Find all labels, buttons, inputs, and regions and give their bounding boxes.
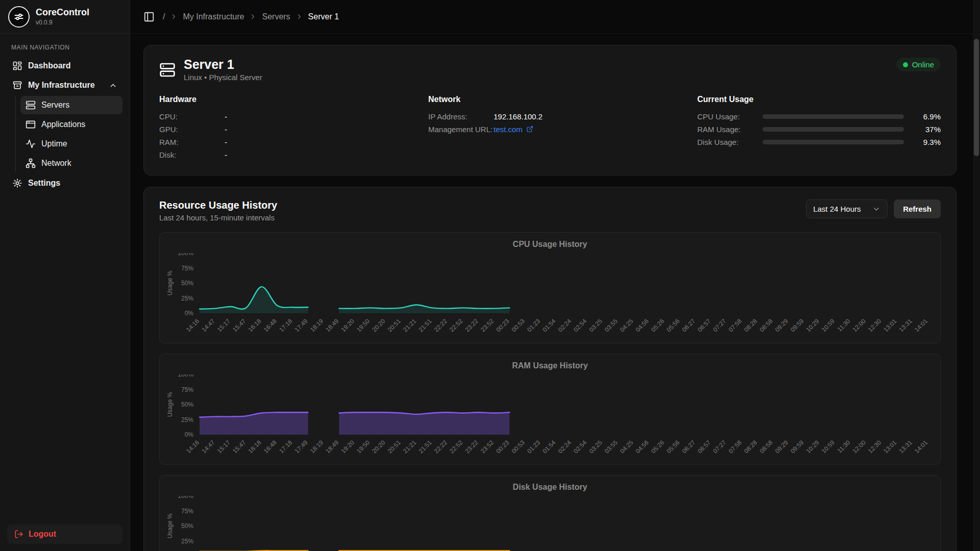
svg-text:08:58: 08:58 bbox=[758, 317, 774, 333]
svg-text:06:27: 06:27 bbox=[681, 317, 697, 333]
svg-text:75%: 75% bbox=[181, 386, 193, 393]
sidebar-item-dashboard[interactable]: Dashboard bbox=[7, 56, 122, 76]
ram-history-panel: RAM Usage History 0%25%50%75%100%Usage %… bbox=[159, 354, 941, 465]
status-badge: Online bbox=[896, 58, 941, 71]
sidebar-item-network[interactable]: Network bbox=[20, 154, 122, 172]
sidebar-item-uptime[interactable]: Uptime bbox=[20, 135, 122, 153]
breadcrumb-root[interactable]: / bbox=[163, 12, 165, 21]
svg-text:16:18: 16:18 bbox=[247, 439, 262, 455]
resource-history-card: Resource Usage History Last 24 hours, 15… bbox=[143, 187, 957, 551]
svg-text:0%: 0% bbox=[185, 310, 194, 317]
disk-usage-bar bbox=[763, 140, 904, 144]
svg-text:08:28: 08:28 bbox=[743, 439, 758, 455]
disk-history-panel: Disk Usage History 0%25%50%75%100%Usage … bbox=[159, 475, 941, 551]
svg-text:22:22: 22:22 bbox=[433, 439, 449, 455]
cpu-usage-value: 6.9% bbox=[911, 112, 941, 121]
svg-text:20:51: 20:51 bbox=[386, 439, 402, 455]
svg-text:04:56: 04:56 bbox=[634, 317, 650, 333]
svg-text:06:27: 06:27 bbox=[681, 439, 697, 455]
svg-text:13:01: 13:01 bbox=[882, 439, 898, 455]
svg-text:11:30: 11:30 bbox=[836, 439, 852, 455]
svg-text:19:50: 19:50 bbox=[355, 317, 371, 333]
svg-text:04:25: 04:25 bbox=[619, 317, 634, 333]
refresh-button[interactable]: Refresh bbox=[894, 199, 941, 218]
breadcrumb-infrastructure[interactable]: My Infrastructure bbox=[183, 12, 244, 21]
logout-container: Logout bbox=[0, 517, 130, 551]
svg-text:03:25: 03:25 bbox=[587, 317, 603, 333]
svg-text:14:47: 14:47 bbox=[200, 317, 216, 333]
sidebar: CoreControl v0.0.9 MAIN NAVIGATION Dashb… bbox=[0, 0, 130, 551]
disk-usage-value: 9.3% bbox=[911, 138, 941, 146]
scrollbar[interactable] bbox=[974, 39, 979, 156]
svg-text:Usage %: Usage % bbox=[166, 514, 174, 539]
svg-text:04:25: 04:25 bbox=[619, 439, 634, 455]
svg-text:00:53: 00:53 bbox=[510, 439, 526, 455]
sidebar-header: CoreControl v0.0.9 bbox=[0, 0, 130, 34]
svg-text:02:54: 02:54 bbox=[572, 439, 588, 455]
svg-text:14:47: 14:47 bbox=[200, 439, 216, 455]
hardware-row-ram: RAM: - bbox=[159, 137, 403, 146]
sidebar-item-servers[interactable]: Servers bbox=[20, 96, 122, 114]
svg-text:02:24: 02:24 bbox=[557, 439, 573, 455]
sidebar-item-infrastructure[interactable]: My Infrastructure bbox=[7, 76, 122, 95]
svg-text:12:30: 12:30 bbox=[867, 439, 883, 455]
sidebar-item-label: Servers bbox=[41, 101, 69, 110]
chevron-right-icon bbox=[249, 13, 257, 20]
svg-text:17:18: 17:18 bbox=[278, 317, 293, 333]
svg-text:18:49: 18:49 bbox=[324, 439, 340, 455]
svg-text:08:58: 08:58 bbox=[758, 439, 774, 455]
breadcrumb-servers[interactable]: Servers bbox=[262, 12, 290, 21]
svg-text:03:55: 03:55 bbox=[603, 439, 619, 455]
chevron-right-icon bbox=[296, 13, 303, 20]
infrastructure-submenu: Servers Applications Uptime bbox=[15, 96, 122, 172]
logout-icon bbox=[14, 530, 23, 539]
svg-text:14:01: 14:01 bbox=[913, 439, 929, 455]
svg-text:00:23: 00:23 bbox=[495, 439, 510, 455]
svg-text:23:22: 23:22 bbox=[463, 439, 479, 455]
app-version: v0.0.9 bbox=[36, 19, 89, 26]
content-area: Server 1 Linux • Physical Server Online … bbox=[130, 34, 980, 551]
svg-text:18:49: 18:49 bbox=[324, 317, 340, 333]
svg-text:50%: 50% bbox=[181, 401, 193, 408]
svg-text:15:47: 15:47 bbox=[231, 317, 247, 333]
history-subtitle: Last 24 hours, 15-minute intervals bbox=[159, 213, 277, 222]
time-range-value: Last 24 Hours bbox=[813, 205, 861, 213]
hardware-section: Hardware CPU: - GPU: - RAM: - bbox=[159, 95, 403, 163]
svg-text:01:54: 01:54 bbox=[541, 439, 557, 455]
svg-text:13:01: 13:01 bbox=[882, 317, 898, 333]
svg-text:09:59: 09:59 bbox=[789, 439, 805, 455]
current-usage-section: Current Usage CPU Usage: 6.9% RAM Usage:… bbox=[697, 95, 941, 163]
cpu-usage-chart: 0%25%50%75%100%Usage %14:1614:4715:1715:… bbox=[166, 253, 934, 340]
app-logo-icon bbox=[8, 6, 30, 28]
svg-text:21:51: 21:51 bbox=[417, 439, 433, 455]
svg-text:23:52: 23:52 bbox=[479, 317, 495, 333]
svg-text:19:20: 19:20 bbox=[340, 317, 356, 333]
time-range-select[interactable]: Last 24 Hours bbox=[806, 199, 888, 218]
svg-text:05:26: 05:26 bbox=[650, 439, 666, 455]
svg-text:01:23: 01:23 bbox=[526, 317, 542, 333]
breadcrumb: / My Infrastructure Servers Server 1 bbox=[163, 12, 339, 21]
network-row-url: Management URL: test.com bbox=[428, 124, 672, 134]
network-section: Network IP Address: 192.168.100.2 Manage… bbox=[428, 95, 672, 163]
sidebar-item-settings[interactable]: Settings bbox=[7, 173, 122, 193]
app-window-icon bbox=[26, 119, 36, 130]
sidebar-item-label: Dashboard bbox=[28, 61, 71, 70]
section-title: Network bbox=[428, 95, 672, 104]
svg-text:16:48: 16:48 bbox=[262, 439, 278, 455]
svg-text:15:17: 15:17 bbox=[216, 317, 232, 333]
svg-text:17:49: 17:49 bbox=[293, 439, 309, 455]
svg-text:13:31: 13:31 bbox=[898, 317, 914, 333]
sidebar-toggle-button[interactable] bbox=[143, 11, 155, 22]
svg-text:21:21: 21:21 bbox=[402, 439, 418, 455]
top-bar: / My Infrastructure Servers Server 1 bbox=[130, 0, 980, 34]
svg-text:23:22: 23:22 bbox=[463, 317, 479, 333]
svg-text:12:00: 12:00 bbox=[851, 317, 867, 333]
chevron-up-icon bbox=[109, 81, 117, 90]
svg-text:100%: 100% bbox=[178, 496, 193, 499]
management-url-link[interactable]: test.com bbox=[494, 125, 533, 134]
svg-text:25%: 25% bbox=[181, 538, 193, 545]
logout-button[interactable]: Logout bbox=[7, 524, 122, 544]
svg-text:10:59: 10:59 bbox=[820, 439, 836, 455]
sidebar-item-applications[interactable]: Applications bbox=[20, 115, 122, 134]
svg-text:18:19: 18:19 bbox=[309, 317, 325, 333]
